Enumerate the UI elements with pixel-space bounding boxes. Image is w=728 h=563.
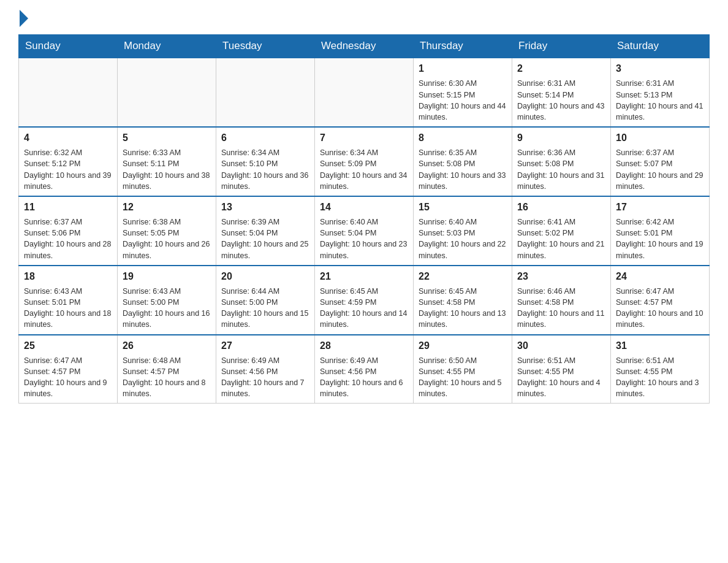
calendar-cell: 27Sunrise: 6:49 AMSunset: 4:56 PMDayligh… xyxy=(216,335,315,404)
calendar-cell: 5Sunrise: 6:33 AMSunset: 5:11 PMDaylight… xyxy=(118,127,216,196)
day-number: 7 xyxy=(320,131,408,145)
calendar-cell: 22Sunrise: 6:45 AMSunset: 4:58 PMDayligh… xyxy=(414,266,512,335)
day-number: 16 xyxy=(517,201,605,214)
day-number: 6 xyxy=(221,131,309,145)
calendar-cell: 3Sunrise: 6:31 AMSunset: 5:13 PMDaylight… xyxy=(611,58,710,127)
weekday-header-tuesday: Tuesday xyxy=(216,35,315,58)
weekday-header-wednesday: Wednesday xyxy=(315,35,414,58)
day-number: 27 xyxy=(221,339,309,353)
day-info: Sunrise: 6:33 AMSunset: 5:11 PMDaylight:… xyxy=(123,147,211,192)
calendar-cell: 2Sunrise: 6:31 AMSunset: 5:14 PMDaylight… xyxy=(512,58,611,127)
day-info: Sunrise: 6:42 AMSunset: 5:01 PMDaylight:… xyxy=(616,216,704,261)
day-number: 14 xyxy=(320,201,408,214)
day-info: Sunrise: 6:36 AMSunset: 5:08 PMDaylight:… xyxy=(517,147,605,192)
day-info: Sunrise: 6:45 AMSunset: 4:58 PMDaylight:… xyxy=(419,286,507,331)
day-number: 1 xyxy=(419,62,507,75)
day-number: 19 xyxy=(123,270,211,283)
calendar-cell: 17Sunrise: 6:42 AMSunset: 5:01 PMDayligh… xyxy=(611,196,710,266)
calendar-cell xyxy=(315,58,414,127)
day-info: Sunrise: 6:45 AMSunset: 4:59 PMDaylight:… xyxy=(320,286,408,331)
calendar-cell: 28Sunrise: 6:49 AMSunset: 4:56 PMDayligh… xyxy=(315,335,414,404)
day-info: Sunrise: 6:46 AMSunset: 4:58 PMDaylight:… xyxy=(517,286,605,331)
day-info: Sunrise: 6:49 AMSunset: 4:56 PMDaylight:… xyxy=(320,355,408,400)
calendar-week-4: 18Sunrise: 6:43 AMSunset: 5:01 PMDayligh… xyxy=(19,266,710,335)
day-number: 10 xyxy=(616,131,704,145)
day-info: Sunrise: 6:39 AMSunset: 5:04 PMDaylight:… xyxy=(221,216,309,261)
day-number: 29 xyxy=(419,339,507,353)
day-info: Sunrise: 6:47 AMSunset: 4:57 PMDaylight:… xyxy=(616,286,704,331)
day-number: 23 xyxy=(517,270,605,283)
day-number: 9 xyxy=(517,131,605,145)
day-number: 4 xyxy=(24,131,112,145)
logo-triangle-icon xyxy=(20,10,28,27)
day-info: Sunrise: 6:44 AMSunset: 5:00 PMDaylight:… xyxy=(221,286,309,331)
day-info: Sunrise: 6:40 AMSunset: 5:03 PMDaylight:… xyxy=(419,216,507,261)
weekday-header-row: SundayMondayTuesdayWednesdayThursdayFrid… xyxy=(19,35,710,58)
day-number: 30 xyxy=(517,339,605,353)
calendar-week-5: 25Sunrise: 6:47 AMSunset: 4:57 PMDayligh… xyxy=(19,335,710,404)
day-info: Sunrise: 6:35 AMSunset: 5:08 PMDaylight:… xyxy=(419,147,507,192)
day-number: 11 xyxy=(24,201,112,214)
calendar-cell: 29Sunrise: 6:50 AMSunset: 4:55 PMDayligh… xyxy=(414,335,512,404)
calendar-cell: 23Sunrise: 6:46 AMSunset: 4:58 PMDayligh… xyxy=(512,266,611,335)
day-number: 8 xyxy=(419,131,507,145)
day-number: 17 xyxy=(616,201,704,214)
calendar-cell: 31Sunrise: 6:51 AMSunset: 4:55 PMDayligh… xyxy=(611,335,710,404)
calendar-cell: 11Sunrise: 6:37 AMSunset: 5:06 PMDayligh… xyxy=(19,196,118,266)
day-number: 22 xyxy=(419,270,507,283)
logo xyxy=(18,12,28,25)
calendar-cell xyxy=(19,58,118,127)
calendar-cell: 19Sunrise: 6:43 AMSunset: 5:00 PMDayligh… xyxy=(118,266,216,335)
calendar-cell: 25Sunrise: 6:47 AMSunset: 4:57 PMDayligh… xyxy=(19,335,118,404)
day-info: Sunrise: 6:43 AMSunset: 5:00 PMDaylight:… xyxy=(123,286,211,331)
day-info: Sunrise: 6:48 AMSunset: 4:57 PMDaylight:… xyxy=(123,355,211,400)
calendar-cell: 1Sunrise: 6:30 AMSunset: 5:15 PMDaylight… xyxy=(414,58,512,127)
calendar-week-1: 1Sunrise: 6:30 AMSunset: 5:15 PMDaylight… xyxy=(19,58,710,127)
day-number: 2 xyxy=(517,62,605,75)
calendar-cell: 21Sunrise: 6:45 AMSunset: 4:59 PMDayligh… xyxy=(315,266,414,335)
day-info: Sunrise: 6:30 AMSunset: 5:15 PMDaylight:… xyxy=(419,78,507,123)
day-info: Sunrise: 6:34 AMSunset: 5:09 PMDaylight:… xyxy=(320,147,408,192)
calendar-cell: 10Sunrise: 6:37 AMSunset: 5:07 PMDayligh… xyxy=(611,127,710,196)
weekday-header-thursday: Thursday xyxy=(414,35,512,58)
day-number: 3 xyxy=(616,62,704,75)
day-info: Sunrise: 6:34 AMSunset: 5:10 PMDaylight:… xyxy=(221,147,309,192)
calendar-cell: 8Sunrise: 6:35 AMSunset: 5:08 PMDaylight… xyxy=(414,127,512,196)
day-number: 12 xyxy=(123,201,211,214)
calendar-cell: 16Sunrise: 6:41 AMSunset: 5:02 PMDayligh… xyxy=(512,196,611,266)
day-info: Sunrise: 6:49 AMSunset: 4:56 PMDaylight:… xyxy=(221,355,309,400)
day-info: Sunrise: 6:32 AMSunset: 5:12 PMDaylight:… xyxy=(24,147,112,192)
day-number: 18 xyxy=(24,270,112,283)
calendar-cell: 30Sunrise: 6:51 AMSunset: 4:55 PMDayligh… xyxy=(512,335,611,404)
day-info: Sunrise: 6:50 AMSunset: 4:55 PMDaylight:… xyxy=(419,355,507,400)
weekday-header-monday: Monday xyxy=(118,35,216,58)
day-info: Sunrise: 6:47 AMSunset: 4:57 PMDaylight:… xyxy=(24,355,112,400)
calendar-table: SundayMondayTuesdayWednesdayThursdayFrid… xyxy=(18,34,710,404)
day-info: Sunrise: 6:31 AMSunset: 5:13 PMDaylight:… xyxy=(616,78,704,123)
day-number: 5 xyxy=(123,131,211,145)
day-number: 25 xyxy=(24,339,112,353)
day-number: 15 xyxy=(419,201,507,214)
day-number: 28 xyxy=(320,339,408,353)
day-info: Sunrise: 6:31 AMSunset: 5:14 PMDaylight:… xyxy=(517,78,605,123)
calendar-week-2: 4Sunrise: 6:32 AMSunset: 5:12 PMDaylight… xyxy=(19,127,710,196)
calendar-cell: 7Sunrise: 6:34 AMSunset: 5:09 PMDaylight… xyxy=(315,127,414,196)
calendar-cell: 13Sunrise: 6:39 AMSunset: 5:04 PMDayligh… xyxy=(216,196,315,266)
weekday-header-saturday: Saturday xyxy=(611,35,710,58)
calendar-cell xyxy=(118,58,216,127)
day-info: Sunrise: 6:38 AMSunset: 5:05 PMDaylight:… xyxy=(123,216,211,261)
day-number: 13 xyxy=(221,201,309,214)
weekday-header-friday: Friday xyxy=(512,35,611,58)
calendar-cell: 9Sunrise: 6:36 AMSunset: 5:08 PMDaylight… xyxy=(512,127,611,196)
calendar-cell: 20Sunrise: 6:44 AMSunset: 5:00 PMDayligh… xyxy=(216,266,315,335)
day-info: Sunrise: 6:37 AMSunset: 5:07 PMDaylight:… xyxy=(616,147,704,192)
weekday-header-sunday: Sunday xyxy=(19,35,118,58)
calendar-week-3: 11Sunrise: 6:37 AMSunset: 5:06 PMDayligh… xyxy=(19,196,710,266)
day-number: 21 xyxy=(320,270,408,283)
calendar-cell: 4Sunrise: 6:32 AMSunset: 5:12 PMDaylight… xyxy=(19,127,118,196)
day-number: 20 xyxy=(221,270,309,283)
day-info: Sunrise: 6:51 AMSunset: 4:55 PMDaylight:… xyxy=(616,355,704,400)
calendar-cell: 26Sunrise: 6:48 AMSunset: 4:57 PMDayligh… xyxy=(118,335,216,404)
calendar-cell: 14Sunrise: 6:40 AMSunset: 5:04 PMDayligh… xyxy=(315,196,414,266)
day-number: 31 xyxy=(616,339,704,353)
